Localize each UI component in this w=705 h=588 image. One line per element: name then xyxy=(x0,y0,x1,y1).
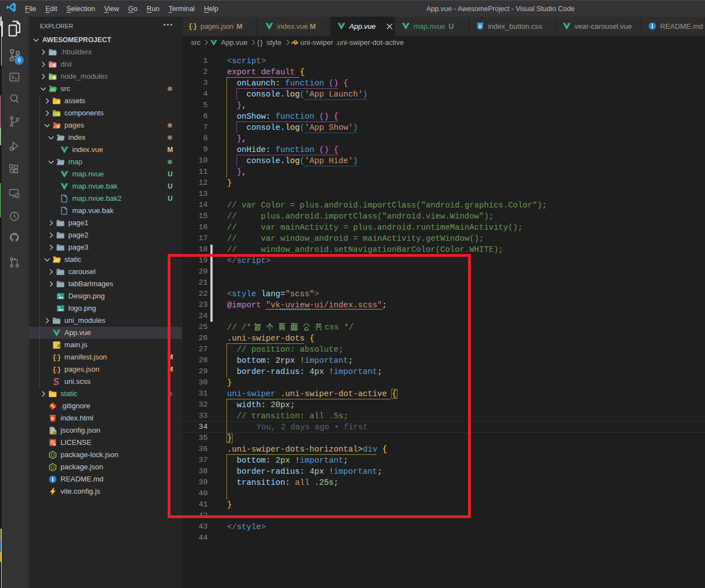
svg-text:}: } xyxy=(193,23,197,31)
svg-text:5: 5 xyxy=(51,416,54,421)
svg-text:3: 3 xyxy=(479,24,481,29)
svg-text:JS: JS xyxy=(53,431,57,434)
svg-text:JS: JS xyxy=(57,343,61,348)
svg-text:}: } xyxy=(57,366,61,374)
svg-text:}: } xyxy=(57,354,61,362)
